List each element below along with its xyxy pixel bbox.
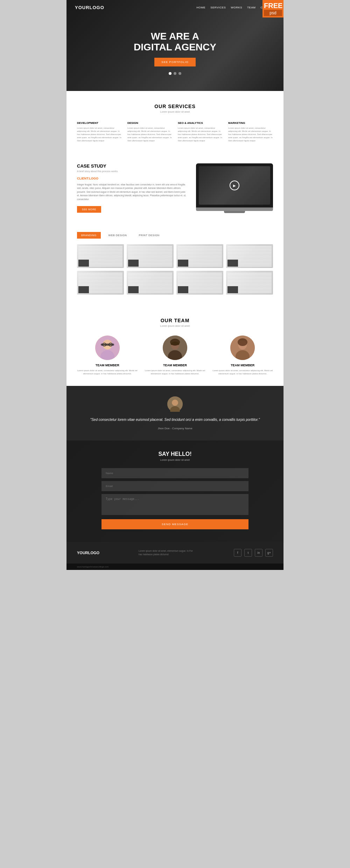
portfolio-item-1[interactable] [77, 244, 124, 268]
social-linkedin[interactable]: in [255, 549, 262, 557]
email-input[interactable] [102, 481, 248, 491]
dot-1[interactable] [169, 72, 172, 75]
service-marketing-text: Lorem ipsum dolor sit amet, consectetur … [228, 127, 273, 142]
laptop-base [196, 207, 273, 211]
avatar-3 [230, 336, 255, 360]
case-study-video: ▶ [196, 163, 273, 213]
portfolio-tabs: BRANDING WEB DESIGN PRINT DESIGN [77, 232, 273, 239]
contact-subtitle: Lorem ipsum dolor sit amet [102, 459, 248, 461]
contact-form: SEND MESSAGE [102, 468, 248, 529]
svg-point-13 [238, 338, 247, 346]
case-study-content: CASE STUDY A brief story about this proc… [77, 163, 188, 213]
case-study-section: CASE STUDY A brief story about this proc… [66, 153, 284, 224]
avatar-1 [95, 336, 120, 360]
service-seo-title: SEO & ANALYTICS [178, 121, 223, 125]
portfolio-item-4[interactable] [226, 244, 273, 268]
svg-point-16 [172, 400, 178, 406]
free-label: FREE [264, 2, 282, 9]
testimonial-quote: "Sed consectetur lorem vitae euismod pla… [84, 417, 266, 423]
portfolio-item-6[interactable] [127, 271, 174, 295]
laptop-screen: ▶ [199, 166, 270, 205]
cta-button[interactable]: SEE PORTFOLIO [154, 58, 195, 66]
hero-content: WE ARE A DIGITAL AGENCY SEE PORTFOLIO [66, 15, 284, 91]
team-member-2-name: TEAM MEMBER [145, 364, 205, 367]
case-study-subtitle: A brief story about this process works. [77, 170, 188, 172]
footer-text: Lorem ipsum dolor sit amet, elementum au… [139, 549, 195, 556]
portfolio-grid [77, 244, 273, 295]
send-button[interactable]: SEND MESSAGE [102, 519, 248, 529]
team-member-3-name: TEAM MEMBER [212, 364, 273, 367]
message-input[interactable] [102, 494, 248, 515]
services-section: OUR SERVICES Lorem ipsum dolor sit amet … [66, 91, 284, 153]
carousel-dots [169, 72, 181, 75]
dot-3[interactable] [178, 72, 181, 75]
team-section: OUR TEAM Lorem ipsum dolor sit amet [66, 305, 284, 386]
nav-team[interactable]: TEAM [247, 6, 255, 9]
tab-branding[interactable]: BRANDING [77, 232, 101, 239]
bottom-bar: www.heritagechristiancollege.com [66, 564, 284, 570]
laptop-stand [224, 211, 245, 213]
service-development: DEVELOPMENT Lorem ipsum dolor sit amet, … [77, 121, 122, 142]
team-subtitle: Lorem ipsum dolor sit amet [77, 325, 273, 327]
team-member-2: TEAM MEMBER Lorem ipsum dolor sit amet, … [145, 336, 205, 375]
footer-logo: YOURLOGO [77, 551, 99, 555]
team-title: OUR TEAM [77, 318, 273, 323]
nav-services[interactable]: SERVICES [210, 6, 226, 9]
portfolio-item-7[interactable] [176, 271, 223, 295]
portfolio-item-8[interactable] [226, 271, 273, 295]
service-design: DESIGN Lorem ipsum dolor sit amet, conse… [127, 121, 172, 142]
services-grid: DEVELOPMENT Lorem ipsum dolor sit amet, … [77, 121, 273, 142]
service-seo-text: Lorem ipsum dolor sit amet, consectetur … [178, 127, 223, 142]
social-icons: f t in g+ [234, 549, 273, 557]
team-member-3-desc: Lorem ipsum dolor sit amet, consectetur … [212, 369, 273, 375]
nav-home[interactable]: HOME [196, 6, 205, 9]
tab-webdesign[interactable]: WEB DESIGN [104, 232, 131, 239]
team-member-1-desc: Lorem ipsum dolor sit amet, consectetur … [77, 369, 138, 375]
case-study-text: Integer feugiat. Nunc volutpat hendrerit… [77, 183, 188, 201]
social-facebook[interactable]: f [234, 549, 241, 557]
contact-section: SAY HELLO! Lorem ipsum dolor sit amet SE… [66, 440, 284, 542]
team-member-2-desc: Lorem ipsum dolor sit amet, consectetur … [145, 369, 205, 375]
services-title: OUR SERVICES [77, 104, 273, 109]
portfolio-item-2[interactable] [127, 244, 174, 268]
portfolio-item-5[interactable] [77, 271, 124, 295]
team-grid: TEAM MEMBER Lorem ipsum dolor sit amet, … [77, 336, 273, 375]
avatar-2 [163, 336, 187, 360]
service-seo: SEO & ANALYTICS Lorem ipsum dolor sit am… [178, 121, 223, 142]
laptop-mockup: ▶ [196, 163, 273, 207]
play-button[interactable]: ▶ [230, 181, 239, 190]
team-member-1: TEAM MEMBER Lorem ipsum dolor sit amet, … [77, 336, 138, 375]
team-member-3: TEAM MEMBER Lorem ipsum dolor sit amet, … [212, 336, 273, 375]
testimonial-section: "Sed consectetur lorem vitae euismod pla… [66, 386, 284, 440]
social-googleplus[interactable]: g+ [265, 549, 273, 557]
site-logo: YOURLOGO [75, 5, 104, 10]
testimonial-author: Jhon Doe - Company Name [84, 427, 266, 430]
social-twitter[interactable]: t [244, 549, 252, 557]
nav-works[interactable]: WORKS [231, 6, 242, 9]
team-member-1-name: TEAM MEMBER [77, 364, 138, 367]
see-more-button[interactable]: SEE MORE [77, 206, 101, 213]
footer-center: Lorem ipsum dolor sit amet, elementum au… [139, 549, 195, 556]
service-design-text: Lorem ipsum dolor sit amet, consectetur … [127, 127, 172, 142]
contact-title: SAY HELLO! [102, 451, 248, 457]
hero-section: FREE psd YOURLOGO HOME SERVICES WORKS TE… [66, 0, 284, 91]
psd-label: psd [264, 10, 282, 16]
service-marketing: MARKETING Lorem ipsum dolor sit amet, co… [228, 121, 273, 142]
footer-left: YOURLOGO [77, 551, 99, 555]
service-dev-text: Lorem ipsum dolor sit amet, consectetur … [77, 127, 122, 142]
testimonial-avatar [167, 396, 183, 412]
portfolio-item-3[interactable] [176, 244, 223, 268]
service-dev-title: DEVELOPMENT [77, 121, 122, 125]
case-study-title: CASE STUDY [77, 163, 188, 169]
service-marketing-title: MARKETING [228, 121, 273, 125]
tab-printdesign[interactable]: PRINT DESIGN [135, 232, 164, 239]
dot-2[interactable] [174, 72, 176, 75]
name-input[interactable] [102, 468, 248, 478]
footer: YOURLOGO Lorem ipsum dolor sit amet, ele… [66, 542, 284, 564]
hero-title: WE ARE A DIGITAL AGENCY [134, 31, 216, 53]
navigation: YOURLOGO HOME SERVICES WORKS TEAM CONTAC… [66, 0, 284, 15]
site-url: www.heritagechristiancollege.com [77, 566, 108, 568]
service-design-title: DESIGN [127, 121, 172, 125]
services-subtitle: Lorem ipsum dolor sit amet [77, 111, 273, 113]
client-logo: CLIENT:LOGO [77, 177, 188, 180]
